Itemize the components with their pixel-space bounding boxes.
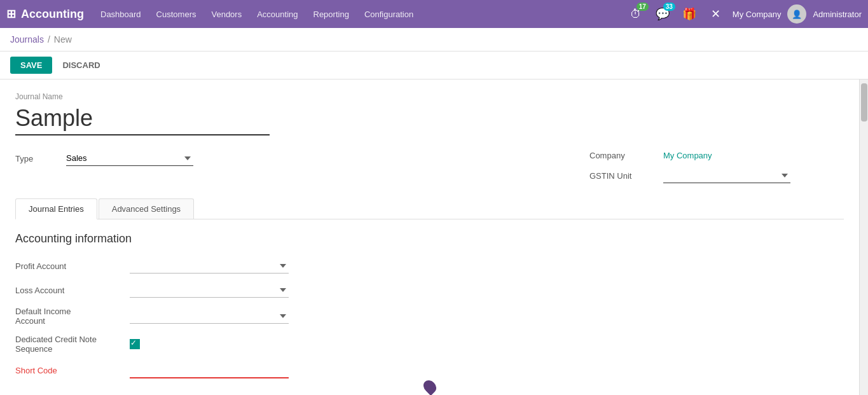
loss-account-label: Loss Account bbox=[15, 286, 130, 295]
short-code-input[interactable] bbox=[130, 363, 289, 378]
profit-account-select[interactable] bbox=[130, 258, 289, 274]
nav-reporting[interactable]: Reporting bbox=[307, 6, 355, 23]
tab-journal-entries[interactable]: Journal Entries bbox=[15, 198, 97, 219]
company-value[interactable]: My Company bbox=[663, 151, 712, 160]
nav-customers[interactable]: Customers bbox=[150, 6, 203, 23]
profit-account-label: Profit Account bbox=[15, 261, 130, 271]
gstin-select[interactable] bbox=[663, 168, 790, 183]
tab-content: Accounting information Profit Account Lo… bbox=[15, 219, 844, 395]
company-name: My Company bbox=[733, 10, 782, 19]
dedicated-credit-checkbox[interactable] bbox=[130, 339, 140, 349]
app-logo[interactable]: ⊞ Accounting bbox=[6, 7, 84, 21]
cursor-dot bbox=[420, 378, 438, 395]
journal-name-input[interactable] bbox=[15, 104, 270, 135]
company-row: Company My Company bbox=[589, 151, 844, 160]
close-icon[interactable]: ✕ bbox=[706, 4, 726, 24]
nav-configuration[interactable]: Configuration bbox=[358, 6, 420, 23]
main-nav: Dashboard Customers Vendors Accounting R… bbox=[94, 6, 622, 23]
type-field: Type Sales Purchase Cash Bank Miscellane… bbox=[15, 151, 193, 166]
default-income-select[interactable] bbox=[130, 308, 289, 324]
page-wrapper: Journal Name Type Sales Purchase Cash Ba… bbox=[0, 80, 868, 395]
breadcrumb-parent[interactable]: Journals bbox=[10, 34, 44, 45]
default-income-row: Default IncomeAccount bbox=[15, 307, 844, 326]
grid-icon: ⊞ bbox=[6, 7, 16, 21]
type-select[interactable]: Sales Purchase Cash Bank Miscellaneous bbox=[66, 151, 193, 166]
nav-accounting[interactable]: Accounting bbox=[251, 6, 304, 23]
type-label: Type bbox=[15, 154, 53, 163]
dedicated-credit-row: Dedicated Credit NoteSequence bbox=[15, 335, 844, 354]
topbar: ⊞ Accounting Dashboard Customers Vendors… bbox=[0, 0, 868, 28]
gstin-label: GSTIN Unit bbox=[589, 171, 653, 181]
right-fields: Company My Company GSTIN Unit bbox=[589, 151, 844, 183]
short-code-row: Short Code bbox=[15, 363, 844, 378]
discard-button[interactable]: DISCARD bbox=[57, 57, 105, 74]
user-name: Administrator bbox=[813, 10, 862, 19]
gift-icon[interactable]: 🎁 bbox=[679, 4, 699, 24]
dedicated-credit-label: Dedicated Credit NoteSequence bbox=[15, 335, 130, 354]
activity-badge: 17 bbox=[637, 3, 649, 11]
gstin-row: GSTIN Unit bbox=[589, 168, 844, 183]
journal-name-field: Journal Name bbox=[15, 92, 844, 135]
tab-advanced-settings[interactable]: Advanced Settings bbox=[99, 198, 194, 219]
breadcrumb-separator: / bbox=[48, 34, 50, 45]
short-code-label: Short Code bbox=[15, 366, 130, 375]
default-income-label: Default IncomeAccount bbox=[15, 307, 130, 326]
messages-icon[interactable]: 💬 33 bbox=[652, 4, 673, 24]
company-label: Company bbox=[589, 151, 653, 160]
activity-icon[interactable]: ⏱ 17 bbox=[626, 4, 646, 24]
nav-vendors[interactable]: Vendors bbox=[205, 6, 248, 23]
scrollbar-thumb[interactable] bbox=[861, 83, 867, 121]
avatar-icon: 👤 bbox=[792, 10, 802, 19]
scrollbar-track[interactable] bbox=[859, 80, 868, 395]
content-area: Journal Name Type Sales Purchase Cash Ba… bbox=[0, 80, 859, 395]
cursor-wrapper bbox=[15, 387, 844, 395]
topbar-right: ⏱ 17 💬 33 🎁 ✕ My Company 👤 Administrator bbox=[626, 4, 862, 24]
journal-name-label: Journal Name bbox=[15, 92, 844, 101]
nav-dashboard[interactable]: Dashboard bbox=[94, 6, 148, 23]
breadcrumb: Journals / New bbox=[0, 28, 868, 52]
tabs: Journal Entries Advanced Settings bbox=[15, 198, 844, 219]
breadcrumb-current: New bbox=[54, 34, 72, 45]
profit-account-row: Profit Account bbox=[15, 258, 844, 274]
toolbar: SAVE DISCARD bbox=[0, 52, 868, 80]
avatar[interactable]: 👤 bbox=[787, 4, 806, 24]
messages-badge: 33 bbox=[663, 3, 675, 11]
app-name: Accounting bbox=[21, 8, 84, 21]
loss-account-select[interactable] bbox=[130, 282, 289, 298]
loss-account-row: Loss Account bbox=[15, 282, 844, 298]
form-main-row: Type Sales Purchase Cash Bank Miscellane… bbox=[15, 151, 844, 183]
accounting-info-title: Accounting information bbox=[15, 232, 844, 246]
save-button[interactable]: SAVE bbox=[10, 57, 52, 74]
